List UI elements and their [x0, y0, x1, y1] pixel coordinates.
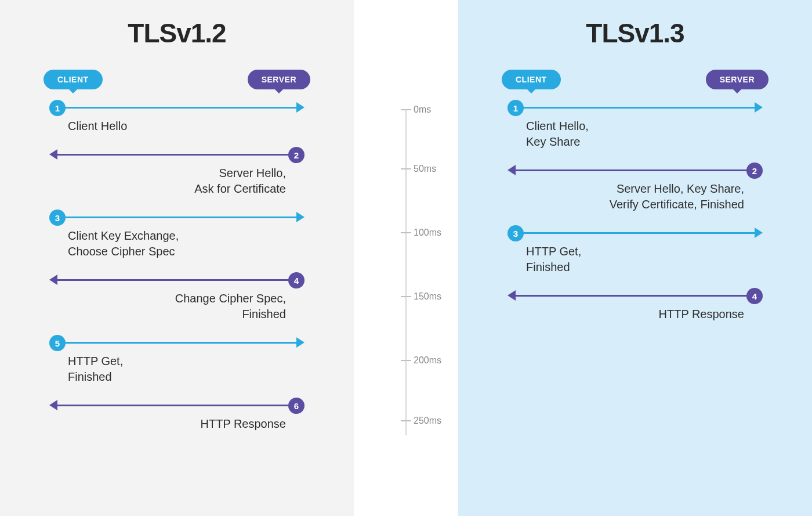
- handshake-step: 1Client Hello,Key Share: [490, 100, 780, 156]
- arrow-client-to-server-icon: 1: [507, 100, 763, 116]
- badges-right: CLIENT SERVER: [502, 70, 768, 89]
- arrow-client-to-server-icon: 1: [49, 100, 304, 116]
- handshake-step: 5HTTP Get,Finished: [32, 335, 322, 391]
- timeline-line: [405, 110, 407, 435]
- tick-label: 0ms: [414, 104, 431, 115]
- timeline-tick: 200ms: [401, 360, 411, 361]
- step-description: Client Hello,Key Share: [507, 116, 763, 156]
- arrow-line: [54, 405, 291, 406]
- arrow-server-to-client-icon: 2: [49, 147, 304, 163]
- arrow-client-to-server-icon: 3: [507, 225, 763, 241]
- panel-title-left: TLSv1.2: [32, 17, 322, 49]
- step-number-badge: 1: [49, 100, 66, 116]
- step-description: HTTP Get,Finished: [49, 351, 304, 391]
- arrow-head-icon: [755, 228, 763, 238]
- arrow-head-icon: [507, 165, 516, 175]
- step-number-badge: 4: [288, 272, 304, 288]
- tick-label: 250ms: [414, 416, 441, 426]
- step-number-badge: 4: [746, 288, 763, 304]
- server-badge: SERVER: [248, 70, 310, 89]
- tick-label: 50ms: [414, 164, 436, 174]
- handshake-step: 4Change Cipher Spec,Finished: [32, 272, 322, 328]
- handshake-step: 3Client Key Exchange,Choose Cipher Spec: [32, 210, 322, 265]
- timeline-tick: 50ms: [401, 168, 411, 169]
- tick-mark: [401, 296, 411, 297]
- tick-label: 200ms: [414, 355, 441, 366]
- handshake-step: 1Client Hello: [32, 100, 322, 140]
- timeline-tick: 100ms: [401, 232, 411, 233]
- arrow-head-icon: [296, 337, 304, 348]
- step-number-badge: 3: [49, 210, 66, 226]
- step-description: Change Cipher Spec,Finished: [49, 288, 304, 328]
- arrow-client-to-server-icon: 3: [49, 210, 304, 226]
- arrow-line: [63, 342, 300, 344]
- arrow-head-icon: [296, 212, 304, 222]
- step-number-badge: 2: [746, 163, 763, 179]
- arrow-line: [512, 169, 749, 171]
- timeline-tick: 250ms: [401, 420, 411, 421]
- arrow-client-to-server-icon: 5: [49, 335, 304, 351]
- badges-left: CLIENT SERVER: [44, 70, 310, 89]
- step-description: HTTP Response: [507, 304, 763, 328]
- handshake-step: 4HTTP Response: [490, 288, 780, 328]
- arrow-head-icon: [507, 290, 516, 301]
- panel-tls12: TLSv1.2 CLIENT SERVER 1Client Hello2Serv…: [0, 0, 354, 516]
- client-badge: CLIENT: [502, 70, 561, 89]
- tick-mark: [401, 232, 411, 233]
- arrow-line: [54, 279, 291, 281]
- step-number-badge: 1: [507, 100, 524, 116]
- messages-right: 1Client Hello,Key Share2Server Hello, Ke…: [490, 100, 780, 328]
- arrow-head-icon: [49, 275, 57, 285]
- arrow-server-to-client-icon: 4: [507, 288, 763, 304]
- panel-title-right: TLSv1.3: [490, 17, 780, 49]
- handshake-step: 2Server Hello,Ask for Certificate: [32, 147, 322, 203]
- handshake-step: 6HTTP Response: [32, 398, 322, 438]
- handshake-step: 3HTTP Get,Finished: [490, 225, 780, 281]
- step-description: Client Key Exchange,Choose Cipher Spec: [49, 226, 304, 265]
- step-description: Client Hello: [49, 116, 304, 140]
- tick-mark: [401, 109, 411, 110]
- arrow-head-icon: [49, 149, 57, 160]
- timeline-tick: 150ms: [401, 296, 411, 297]
- tick-mark: [401, 168, 411, 169]
- step-description: Server Hello, Key Share,Verify Certifica…: [507, 179, 763, 218]
- arrow-line: [512, 295, 749, 297]
- step-number-badge: 3: [507, 225, 524, 241]
- arrow-server-to-client-icon: 4: [49, 272, 304, 288]
- client-badge: CLIENT: [44, 70, 103, 89]
- arrow-line: [54, 154, 291, 156]
- arrow-line: [63, 107, 300, 109]
- step-description: Server Hello,Ask for Certificate: [49, 163, 304, 203]
- arrow-head-icon: [755, 102, 763, 113]
- arrow-line: [521, 232, 758, 234]
- timeline-axis: 0ms50ms100ms150ms200ms250ms: [354, 0, 458, 516]
- arrow-server-to-client-icon: 2: [507, 163, 763, 179]
- tick-mark: [401, 420, 411, 421]
- arrow-head-icon: [296, 102, 304, 113]
- messages-left: 1Client Hello2Server Hello,Ask for Certi…: [32, 100, 322, 438]
- server-badge: SERVER: [706, 70, 768, 89]
- handshake-step: 2Server Hello, Key Share,Verify Certific…: [490, 163, 780, 218]
- step-number-badge: 2: [288, 147, 304, 163]
- tick-label: 150ms: [414, 291, 441, 302]
- step-description: HTTP Response: [49, 414, 304, 438]
- tick-mark: [401, 360, 411, 361]
- arrow-line: [521, 107, 758, 109]
- step-number-badge: 5: [49, 335, 66, 351]
- arrow-server-to-client-icon: 6: [49, 398, 304, 414]
- tick-label: 100ms: [414, 228, 441, 238]
- arrow-head-icon: [49, 400, 57, 410]
- panel-tls13: TLSv1.3 CLIENT SERVER 1Client Hello,Key …: [458, 0, 812, 516]
- timeline-tick: 0ms: [401, 109, 411, 110]
- step-description: HTTP Get,Finished: [507, 241, 763, 281]
- arrow-line: [63, 216, 300, 218]
- step-number-badge: 6: [288, 398, 304, 414]
